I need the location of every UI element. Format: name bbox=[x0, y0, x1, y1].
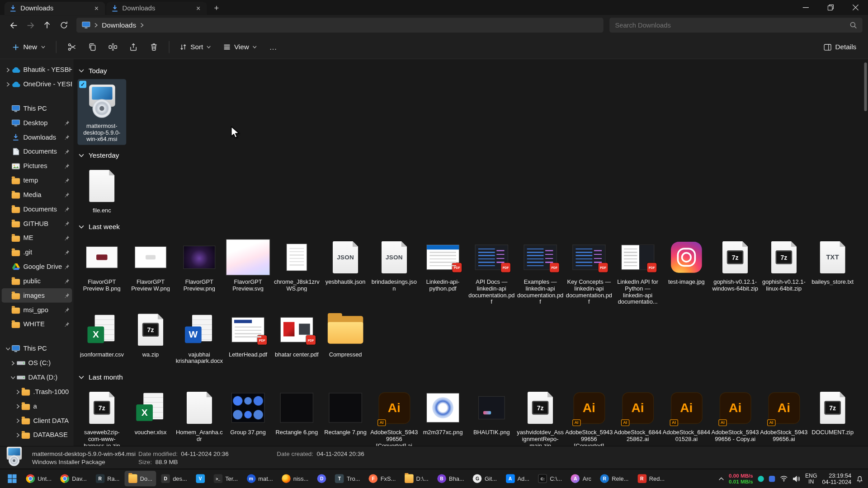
file-item-file-enc[interactable]: file.enc bbox=[77, 164, 126, 216]
taskbar-item-rele[interactable]: RRele... bbox=[596, 471, 632, 486]
tab-downloads[interactable]: Downloads× bbox=[5, 2, 105, 15]
sidebar-item-onedrive-yese[interactable]: OneDrive - YESE bbox=[2, 77, 72, 91]
file-item-brindadesings-json[interactable]: JSONbrindadesings.json bbox=[370, 235, 419, 294]
address-bar[interactable]: Downloads bbox=[76, 18, 604, 33]
chevron-down-icon[interactable] bbox=[5, 347, 11, 351]
view-button[interactable]: View bbox=[218, 40, 262, 54]
wifi-icon[interactable] bbox=[780, 475, 788, 482]
hidden-icons-chevron-icon[interactable] bbox=[718, 477, 724, 481]
sidebar-item-bhautik-yesbh[interactable]: Bhautik - YESBH bbox=[2, 62, 72, 77]
file-item-letterhead-pdf[interactable]: PDFLetterHead.pdf bbox=[224, 308, 273, 360]
taskbar-item-ter[interactable]: >_Ter... bbox=[210, 471, 242, 486]
file-item-jsonformatter-csv[interactable]: Xjsonformatter.csv bbox=[77, 308, 126, 360]
file-item-flavorgpt-preview-b-png[interactable]: FlavorGPT Preview B.png bbox=[77, 235, 126, 294]
breadcrumb-chevron-icon[interactable] bbox=[140, 23, 144, 28]
sidebar-item-white[interactable]: WHITE bbox=[2, 317, 72, 332]
chevron-down-icon[interactable] bbox=[9, 375, 16, 380]
chevron-right-icon[interactable] bbox=[5, 67, 11, 72]
file-item-yesbhautik-json[interactable]: JSONyesbhautik.json bbox=[321, 235, 370, 287]
maximize-button[interactable] bbox=[818, 0, 843, 15]
chevron-right-icon[interactable] bbox=[5, 82, 11, 87]
sidebar-item-documents[interactable]: Documents bbox=[2, 202, 72, 216]
sidebar-item-downloads[interactable]: Downloads bbox=[2, 130, 72, 145]
sidebar-item-client-data[interactable]: Client DATA bbox=[2, 413, 72, 428]
network-speed-monitor[interactable]: 0.00 MB/s 0.01 MB/s bbox=[729, 473, 753, 485]
start-button[interactable] bbox=[3, 471, 22, 486]
volume-icon[interactable] bbox=[793, 475, 800, 481]
taskbar-item-git[interactable]: GGit... bbox=[469, 471, 501, 486]
sort-button[interactable]: Sort bbox=[175, 40, 216, 54]
sidebar-item-this-pc[interactable]: This PC bbox=[2, 101, 72, 116]
sidebar-item-google-drive[interactable]: Google Drive bbox=[2, 259, 72, 274]
file-item-test-image-jpg[interactable]: test-image.jpg bbox=[662, 235, 711, 287]
taskbar-item-fxs[interactable]: FFxS... bbox=[365, 471, 399, 486]
taskbar-item-d[interactable]: D:\... bbox=[401, 471, 432, 486]
breadcrumb[interactable]: Downloads bbox=[102, 21, 136, 29]
scrollbar-thumb[interactable] bbox=[864, 62, 867, 111]
refresh-button[interactable] bbox=[55, 18, 72, 33]
taskbar-item-tro[interactable]: TTro... bbox=[331, 471, 364, 486]
sidebar-item-this-pc[interactable]: This PC bbox=[2, 342, 72, 356]
file-item-vajubhai-krishanapark-docx[interactable]: Wvajubhai krishanapark.docx bbox=[175, 308, 224, 367]
file-item-bhatar-center-pdf[interactable]: PDFbhatar center.pdf bbox=[272, 308, 321, 360]
file-item-gophish-v0-12-1-linux-64bit-zip[interactable]: 7zgophish-v0.12.1-linux-64bit.zip bbox=[760, 235, 808, 294]
file-item-adobestock-684401528-ai[interactable]: AiAIAdobeStock_684401528.ai bbox=[662, 385, 711, 445]
new-button[interactable]: New bbox=[7, 40, 51, 54]
sidebar-item-msi-gpo[interactable]: msi_gpo bbox=[2, 303, 72, 317]
taskbar-item-red[interactable]: RRed... bbox=[633, 471, 668, 486]
sidebar-item-documents[interactable]: Documents bbox=[2, 145, 72, 159]
chevron-right-icon[interactable] bbox=[14, 432, 21, 437]
sidebar-item-os-c[interactable]: OS (C:) bbox=[2, 356, 72, 370]
file-item-group-37-png[interactable]: Group 37.png bbox=[224, 385, 273, 438]
chevron-right-icon[interactable] bbox=[14, 404, 21, 408]
taskbar-item-mat[interactable]: mmat... bbox=[243, 471, 277, 486]
file-item-voucher-xlsx[interactable]: Xvoucher.xlsx bbox=[126, 385, 175, 438]
file-item-flavorgpt-preview-svg[interactable]: FlavorGPT Preview.svg bbox=[224, 235, 273, 294]
up-button[interactable] bbox=[39, 18, 56, 33]
taskbar-item-bha[interactable]: BBha... bbox=[434, 471, 468, 486]
sidebar-item-a[interactable]: a bbox=[2, 399, 72, 413]
sidebar-item-images[interactable]: images bbox=[2, 288, 72, 303]
file-item-api-docs-linkedin-api-documentation-pdf[interactable]: PDFAPI Docs — linkedin-api documentation… bbox=[467, 235, 516, 307]
taskbar-item-do[interactable]: Do... bbox=[124, 471, 156, 486]
details-toggle-button[interactable]: Details bbox=[819, 40, 862, 54]
cut-button[interactable] bbox=[61, 39, 82, 56]
file-item-yashvidotdev-assignmentrepo-main-zip[interactable]: 7zyashvidotdev_AssignmentRepo-main.zip bbox=[516, 385, 565, 446]
tab-close-icon[interactable]: × bbox=[93, 5, 100, 12]
taskbar-item-c[interactable]: C:C:\... bbox=[534, 471, 566, 486]
search-box[interactable] bbox=[609, 18, 863, 33]
sidebar-item-me[interactable]: ME bbox=[2, 231, 72, 245]
taskbar-item-arc[interactable]: AArc bbox=[567, 471, 595, 486]
file-item-key-concepts-linkedin-api-documentation-pdf[interactable]: PDFKey Concepts — linkedin-api documenta… bbox=[565, 235, 613, 307]
sidebar-item-trash-1000[interactable]: .Trash-1000 bbox=[2, 385, 72, 399]
chevron-right-icon[interactable] bbox=[9, 361, 16, 366]
file-item-adobestock-594399656-ai[interactable]: AiAIAdobeStock_594399656.ai bbox=[760, 385, 808, 445]
breadcrumb-chevron-icon[interactable] bbox=[94, 23, 98, 28]
file-item-adobestock-684425862-ai[interactable]: AiAIAdobeStock_684425862.ai bbox=[613, 385, 662, 445]
taskbar-item-unt[interactable]: Unt... bbox=[22, 471, 56, 486]
group-header-today[interactable]: Today bbox=[79, 65, 863, 76]
file-item-flavorgpt-preview-w-png[interactable]: FlavorGPT Preview W.png bbox=[126, 235, 175, 294]
file-item-m2m377xc-png[interactable]: m2m377xc.png bbox=[419, 385, 467, 438]
file-item-bhautik-png[interactable]: BHAUTIK.png bbox=[467, 385, 516, 438]
sidebar-item-pictures[interactable]: Pictures bbox=[2, 159, 72, 173]
file-item-gophish-v0-12-1-windows-64bit-zip[interactable]: 7zgophish-v0.12.1-windows-64bit.zip bbox=[711, 235, 760, 294]
tray-app-icon[interactable] bbox=[758, 475, 764, 481]
share-button[interactable] bbox=[123, 39, 143, 56]
sidebar-item-media[interactable]: Media bbox=[2, 188, 72, 202]
minimize-button[interactable] bbox=[793, 0, 818, 15]
file-item-rectangle-7-png[interactable]: Rectangle 7.png bbox=[321, 385, 370, 438]
chevron-right-icon[interactable] bbox=[14, 389, 21, 394]
file-item-document-zip[interactable]: 7zDOCUMENT.zip bbox=[808, 385, 857, 438]
more-options-button[interactable]: … bbox=[264, 39, 283, 55]
file-item-adobestock-594399656-converted-copy-ai[interactable]: AiAIAdobeStock_594399656 [Converted] cop… bbox=[565, 385, 613, 446]
sidebar-item-desktop[interactable]: Desktop bbox=[2, 116, 72, 130]
taskbar-item-discord[interactable]: D bbox=[313, 471, 330, 486]
scrollbar[interactable] bbox=[864, 61, 867, 444]
chevron-right-icon[interactable] bbox=[14, 418, 21, 423]
taskbar-item-ra[interactable]: RRa... bbox=[92, 471, 123, 486]
file-item-chrome-j8sk1zrvws-png[interactable]: chrome_J8sk1zrvWS.png bbox=[272, 235, 321, 294]
file-item-rectangle-6-png[interactable]: Rectangle 6.png bbox=[272, 385, 321, 438]
file-item-baileys-store-txt[interactable]: TXTbaileys_store.txt bbox=[808, 235, 857, 287]
file-item-saveweb2zip-com-www-harness-io-zip[interactable]: 7zsaveweb2zip-com-www-harness-io.zip bbox=[77, 385, 126, 446]
